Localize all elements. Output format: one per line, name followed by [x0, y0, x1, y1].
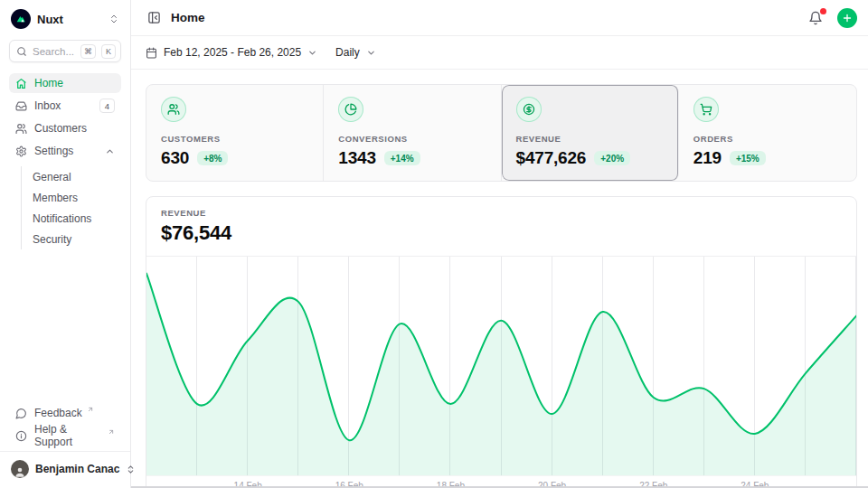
message-bubble-icon [15, 408, 27, 419]
chevron-down-icon [307, 48, 317, 58]
stat-delta-badge: +8% [197, 151, 228, 165]
page-title: Home [171, 11, 205, 24]
sidebar-item-label: Inbox [34, 99, 61, 112]
stat-card-customers[interactable]: CUSTOMERS 630 +8% [146, 85, 324, 181]
users-icon [15, 123, 27, 135]
app-window: Nuxt ⌘ K Home Inb [0, 0, 868, 488]
stat-delta-badge: +15% [730, 151, 766, 165]
search-field[interactable] [33, 46, 75, 57]
inbox-icon [15, 100, 27, 112]
feedback-link[interactable]: Feedback [9, 403, 121, 423]
help-support-link[interactable]: Help & Support [9, 426, 121, 446]
stat-value: 219 [693, 148, 722, 168]
sidebar-item-home[interactable]: Home [9, 73, 121, 93]
inbox-count-badge: 4 [99, 99, 115, 113]
sidebar-item-inbox[interactable]: Inbox 4 [9, 96, 121, 116]
sidebar: Nuxt ⌘ K Home Inb [0, 0, 131, 488]
sidebar-footer: Feedback Help & Support [9, 403, 121, 451]
granularity-label: Daily [335, 46, 360, 59]
user-menu[interactable]: Benjamin Canac [9, 458, 121, 480]
granularity-select[interactable]: Daily [335, 46, 376, 59]
stat-value: $477,626 [516, 148, 587, 168]
sidebar-item-settings[interactable]: Settings [9, 141, 121, 161]
kbd-k: K [101, 44, 116, 59]
users-icon [161, 97, 186, 122]
notification-dot [820, 8, 826, 14]
chevrons-up-down-icon [108, 14, 119, 24]
stats-row: CUSTOMERS 630 +8% CONVERSIONS 1343 +14% [146, 84, 857, 182]
filter-toolbar: Feb 12, 2025 - Feb 26, 2025 Daily [131, 36, 868, 70]
help-support-label: Help & Support [34, 423, 103, 448]
external-link-icon [108, 428, 115, 436]
kbd-cmd: ⌘ [80, 44, 96, 59]
main-area: Home Feb 12, 2025 - Feb 26, 2025 [131, 0, 868, 488]
revenue-chart-value: $76,544 [161, 221, 842, 245]
chevron-down-icon [366, 48, 376, 58]
notifications-button[interactable] [807, 9, 825, 27]
workspace-selector[interactable]: Nuxt [9, 7, 121, 40]
date-range-picker[interactable]: Feb 12, 2025 - Feb 26, 2025 [146, 46, 317, 59]
revenue-chart-header: REVENUE $76,544 [146, 197, 856, 256]
sidebar-item-members[interactable]: Members [22, 187, 121, 208]
date-range-label: Feb 12, 2025 - Feb 26, 2025 [164, 46, 301, 59]
sidebar-item-label: Settings [34, 145, 73, 157]
revenue-chart-label: REVENUE [161, 208, 842, 218]
sidebar-item-notifications[interactable]: Notifications [22, 208, 121, 229]
sidebar-user-section: Benjamin Canac [0, 451, 130, 488]
cart-icon [693, 97, 719, 122]
stat-label: CUSTOMERS [161, 134, 308, 144]
stat-delta-badge: +20% [594, 151, 630, 165]
stat-value: 630 [161, 148, 189, 168]
sidebar-item-label: Customers [34, 122, 87, 135]
workspace-name: Nuxt [37, 13, 102, 26]
stat-value: 1343 [338, 148, 376, 168]
revenue-chart-card: REVENUE $76,544 14 Feb16 Feb18 Feb20 Feb… [146, 196, 857, 488]
settings-sub-list: General Members Notifications Security [21, 166, 121, 249]
gear-icon [15, 145, 27, 157]
nuxt-logo-icon [11, 9, 31, 29]
stat-label: REVENUE [516, 134, 664, 144]
pie-chart-icon [338, 97, 363, 122]
search-icon [16, 46, 27, 57]
search-input[interactable]: ⌘ K [9, 40, 121, 62]
stat-card-conversions[interactable]: CONVERSIONS 1343 +14% [324, 85, 501, 181]
header-actions [807, 8, 857, 28]
external-link-icon [87, 406, 94, 413]
sidebar-item-label: Home [34, 77, 63, 89]
page-content: CUSTOMERS 630 +8% CONVERSIONS 1343 +14% [131, 70, 868, 488]
stat-label: CONVERSIONS [338, 134, 486, 144]
stat-card-orders[interactable]: ORDERS 219 +15% [679, 85, 856, 181]
sidebar-item-security[interactable]: Security [22, 229, 121, 249]
plus-icon [842, 13, 853, 23]
house-icon [15, 78, 27, 89]
sidebar-item-general[interactable]: General [22, 166, 121, 187]
sidebar-nav: Home Inbox 4 Customers Settings [9, 73, 121, 250]
avatar [11, 460, 29, 478]
dollar-circle-icon [516, 97, 542, 122]
add-button[interactable] [837, 8, 857, 28]
collapse-sidebar-button[interactable] [146, 9, 163, 26]
calendar-icon [146, 47, 157, 59]
top-header: Home [131, 0, 868, 36]
revenue-chart-plot [146, 257, 856, 475]
feedback-label: Feedback [34, 407, 82, 419]
info-circle-icon [15, 430, 27, 442]
stat-card-revenue[interactable]: REVENUE $477,626 +20% [502, 85, 679, 181]
chevron-up-icon [105, 146, 115, 156]
stat-label: ORDERS [693, 134, 842, 144]
user-name: Benjamin Canac [35, 463, 119, 475]
sidebar-item-customers[interactable]: Customers [9, 118, 121, 138]
stat-delta-badge: +14% [384, 151, 420, 165]
